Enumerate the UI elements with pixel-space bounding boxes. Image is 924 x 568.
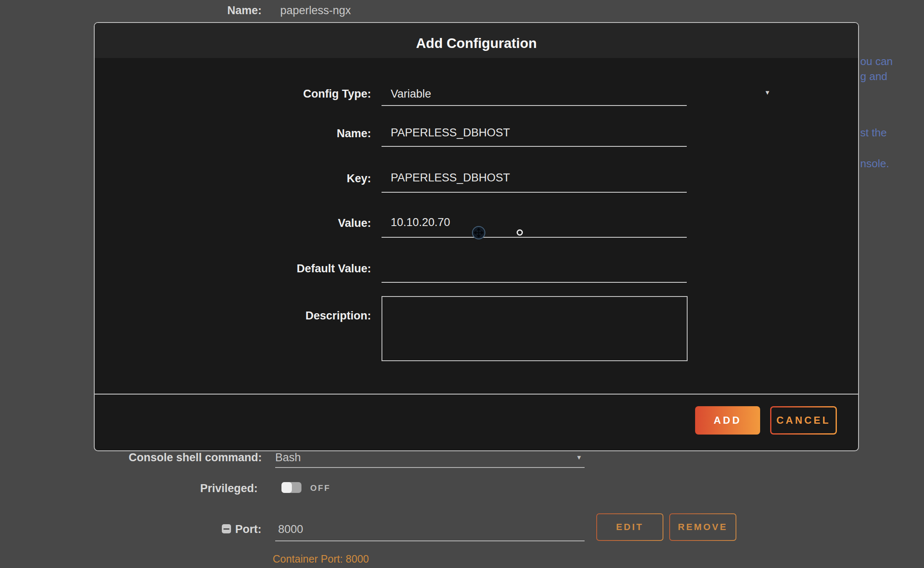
key-input[interactable] [391,171,687,184]
dialog-title: Add Configuration [416,30,537,51]
clipped-link-text: ou can [860,55,893,68]
console-shell-value: Bash [275,451,301,464]
value-label: Value: [95,217,371,230]
collapse-minus-icon[interactable] [222,524,231,533]
console-shell-label: Console shell command: [0,451,262,464]
value-input[interactable] [391,216,687,229]
bg-name-label: Name: [227,4,262,17]
toggle-knob-icon [281,482,292,493]
config-type-underline [382,105,687,106]
bg-name-value: paperless-ngx [280,4,351,17]
default-value-underline [382,282,687,283]
description-textarea[interactable] [382,296,688,361]
name-input[interactable] [391,126,687,139]
privileged-state: OFF [310,483,331,493]
name-label: Name: [95,127,371,140]
app-screen: Name: paperless-ngx ou can g and st the … [0,0,924,568]
key-underline [382,192,687,193]
container-port-note: Container Port: 8000 [273,553,369,565]
clipped-link-text: nsole. [860,157,889,170]
privileged-label: Privileged: [0,482,258,495]
dialog-header: Add Configuration [95,23,858,58]
click-marker-icon [517,229,523,236]
move-cursor-icon [472,226,485,239]
console-shell-select[interactable]: Bash ▼ [275,451,585,468]
config-type-label: Config Type: [95,88,371,101]
clipped-link-text: g and [860,70,887,83]
description-label: Description: [95,309,371,322]
port-underline [275,540,585,541]
clipped-link-text: st the [860,126,887,139]
add-button[interactable]: ADD [695,406,760,435]
chevron-down-icon: ▼ [576,454,582,461]
default-value-label: Default Value: [95,262,371,275]
privileged-toggle[interactable] [281,482,301,493]
chevron-down-icon: ▼ [764,89,771,96]
config-type-select[interactable]: Variable [391,88,687,101]
port-label: Port: [235,523,261,536]
remove-button[interactable]: REMOVE [669,513,736,541]
cancel-button[interactable]: CANCEL [770,406,837,435]
name-underline [382,146,687,147]
port-value[interactable]: 8000 [278,523,303,536]
key-label: Key: [95,172,371,185]
default-value-input[interactable] [391,261,687,274]
value-underline [382,237,687,238]
console-shell-underline [275,467,585,468]
footer-divider [95,394,858,395]
edit-button[interactable]: EDIT [596,513,663,541]
